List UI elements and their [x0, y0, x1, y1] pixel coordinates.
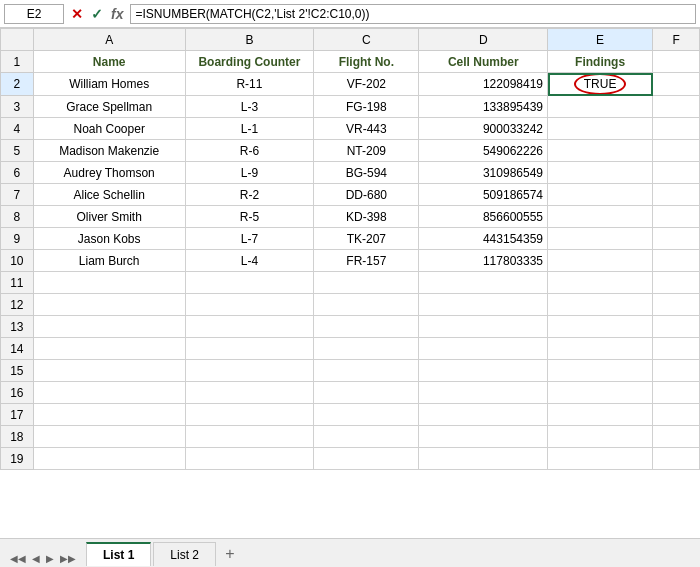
cell-f6[interactable]	[653, 162, 700, 184]
formula-bar-icons: ✕ ✓ fx	[68, 6, 126, 22]
column-header-row: A B C D E F	[1, 29, 700, 51]
cell-a8[interactable]: Oliver Smith	[33, 206, 185, 228]
row-num-6: 6	[1, 162, 34, 184]
header-flight[interactable]: Flight No.	[314, 51, 419, 73]
cell-c9[interactable]: TK-207	[314, 228, 419, 250]
tab-list2[interactable]: List 2	[153, 542, 216, 566]
cell-b6[interactable]: L-9	[185, 162, 314, 184]
col-header-d[interactable]: D	[419, 29, 548, 51]
cell-b3[interactable]: L-3	[185, 96, 314, 118]
header-cell-number[interactable]: Cell Number	[419, 51, 548, 73]
cell-e10[interactable]	[548, 250, 653, 272]
col-header-a[interactable]: A	[33, 29, 185, 51]
nav-first-icon[interactable]: ◀◀	[8, 551, 28, 566]
col-header-c[interactable]: C	[314, 29, 419, 51]
cell-d6[interactable]: 310986549	[419, 162, 548, 184]
cell-a3[interactable]: Grace Spellman	[33, 96, 185, 118]
row-num-7: 7	[1, 184, 34, 206]
empty-row: 18	[1, 426, 700, 448]
cell-d3[interactable]: 133895439	[419, 96, 548, 118]
col-header-f[interactable]: F	[653, 29, 700, 51]
cell-f3[interactable]	[653, 96, 700, 118]
row-num-1: 1	[1, 51, 34, 73]
header-name[interactable]: Name	[33, 51, 185, 73]
col-header-e[interactable]: E	[548, 29, 653, 51]
header-findings[interactable]: Findings	[548, 51, 653, 73]
cell-a7[interactable]: Alice Schellin	[33, 184, 185, 206]
cell-b9[interactable]: L-7	[185, 228, 314, 250]
cell-c8[interactable]: KD-398	[314, 206, 419, 228]
confirm-icon[interactable]: ✓	[88, 6, 106, 22]
formula-bar: E2 ✕ ✓ fx =ISNUMBER(MATCH(C2,'List 2'!C2…	[0, 0, 700, 28]
cell-a5[interactable]: Madison Makenzie	[33, 140, 185, 162]
cell-e6[interactable]	[548, 162, 653, 184]
empty-row: 17	[1, 404, 700, 426]
col-header-b[interactable]: B	[185, 29, 314, 51]
cell-e8[interactable]	[548, 206, 653, 228]
table-row: 8 Oliver Smith R-5 KD-398 856600555	[1, 206, 700, 228]
cell-c5[interactable]: NT-209	[314, 140, 419, 162]
cell-e9[interactable]	[548, 228, 653, 250]
sheet-tabs-bar: ◀◀ ◀ ▶ ▶▶ List 1 List 2 +	[0, 538, 700, 566]
table-row: 5 Madison Makenzie R-6 NT-209 549062226	[1, 140, 700, 162]
cell-c3[interactable]: FG-198	[314, 96, 419, 118]
cell-f7[interactable]	[653, 184, 700, 206]
cell-c4[interactable]: VR-443	[314, 118, 419, 140]
cell-a6[interactable]: Audrey Thomson	[33, 162, 185, 184]
formula-input[interactable]: =ISNUMBER(MATCH(C2,'List 2'!C2:C10,0))	[130, 4, 696, 24]
cell-f1[interactable]	[653, 51, 700, 73]
add-sheet-button[interactable]: +	[218, 542, 242, 566]
row-num-10: 10	[1, 250, 34, 272]
cell-b2[interactable]: R-11	[185, 73, 314, 96]
cell-e4[interactable]	[548, 118, 653, 140]
cell-d10[interactable]: 117803335	[419, 250, 548, 272]
spreadsheet: A B C D E F 1 Name Boarding Counter Flig…	[0, 28, 700, 538]
cell-f5[interactable]	[653, 140, 700, 162]
cell-b8[interactable]: R-5	[185, 206, 314, 228]
cell-d5[interactable]: 549062226	[419, 140, 548, 162]
cell-b5[interactable]: R-6	[185, 140, 314, 162]
empty-row: 19	[1, 448, 700, 470]
header-boarding[interactable]: Boarding Counter	[185, 51, 314, 73]
empty-row: 14	[1, 338, 700, 360]
cell-e5[interactable]	[548, 140, 653, 162]
cell-e7[interactable]	[548, 184, 653, 206]
cell-b10[interactable]: L-4	[185, 250, 314, 272]
cell-b7[interactable]: R-2	[185, 184, 314, 206]
cell-d4[interactable]: 900033242	[419, 118, 548, 140]
table-row: 2 William Homes R-11 VF-202 122098419 TR…	[1, 73, 700, 96]
cell-d8[interactable]: 856600555	[419, 206, 548, 228]
nav-next-icon[interactable]: ▶	[44, 551, 56, 566]
cell-f10[interactable]	[653, 250, 700, 272]
cell-d9[interactable]: 443154359	[419, 228, 548, 250]
empty-row: 15	[1, 360, 700, 382]
cell-c7[interactable]: DD-680	[314, 184, 419, 206]
table-row: 3 Grace Spellman L-3 FG-198 133895439	[1, 96, 700, 118]
cell-b4[interactable]: L-1	[185, 118, 314, 140]
cell-c2[interactable]: VF-202	[314, 73, 419, 96]
row-num-3: 3	[1, 96, 34, 118]
cell-c10[interactable]: FR-157	[314, 250, 419, 272]
cell-reference-box[interactable]: E2	[4, 4, 64, 24]
cell-e2[interactable]: TRUE	[548, 73, 653, 96]
fx-icon: fx	[108, 6, 126, 22]
cell-f2[interactable]	[653, 73, 700, 96]
nav-prev-icon[interactable]: ◀	[30, 551, 42, 566]
tab-list1[interactable]: List 1	[86, 542, 151, 566]
true-value: TRUE	[574, 73, 627, 95]
cell-f9[interactable]	[653, 228, 700, 250]
cell-a2[interactable]: William Homes	[33, 73, 185, 96]
cell-d2[interactable]: 122098419	[419, 73, 548, 96]
cell-a9[interactable]: Jason Kobs	[33, 228, 185, 250]
cell-a10[interactable]: Liam Burch	[33, 250, 185, 272]
nav-last-icon[interactable]: ▶▶	[58, 551, 78, 566]
cell-c6[interactable]: BG-594	[314, 162, 419, 184]
table-row: 7 Alice Schellin R-2 DD-680 509186574	[1, 184, 700, 206]
corner-cell	[1, 29, 34, 51]
cell-a4[interactable]: Noah Cooper	[33, 118, 185, 140]
cell-f4[interactable]	[653, 118, 700, 140]
cell-f8[interactable]	[653, 206, 700, 228]
cell-d7[interactable]: 509186574	[419, 184, 548, 206]
cell-e3[interactable]	[548, 96, 653, 118]
cancel-icon[interactable]: ✕	[68, 6, 86, 22]
